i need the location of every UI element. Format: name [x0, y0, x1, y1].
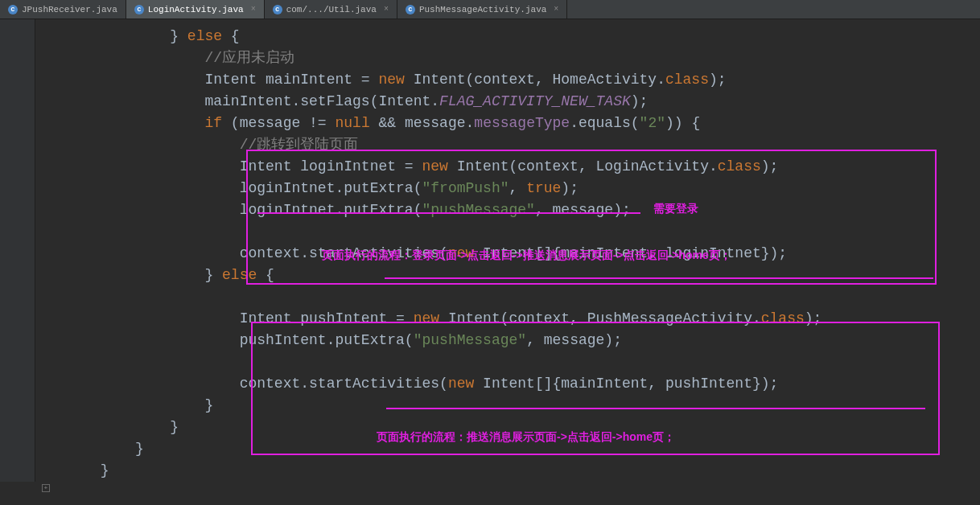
tab-label: JPushReceiver.java — [22, 5, 117, 14]
java-class-icon: C — [134, 5, 144, 14]
annotation-underline — [385, 277, 933, 279]
tab-jpushreceiver[interactable]: C JPushReceiver.java — [0, 0, 126, 18]
annotation-need-login: 需要登录 — [653, 198, 698, 220]
java-class-icon: C — [406, 5, 415, 14]
java-class-icon: C — [273, 5, 282, 14]
annotation-flow-1: 页面执行的流程：登录页面->点击返回->推送消息展示页面->点击返回->home… — [322, 244, 731, 266]
tab-label: com/.../Util.java — [286, 5, 377, 14]
tab-pushmessageactivity[interactable]: C PushMessageActivity.java × — [397, 0, 567, 18]
fold-marker-icon[interactable]: + — [42, 484, 50, 492]
close-icon[interactable]: × — [384, 5, 389, 14]
annotation-flow-2: 页面执行的流程：推送消息展示页面->点击返回->home页； — [377, 426, 675, 448]
close-icon[interactable]: × — [554, 5, 558, 14]
close-icon[interactable]: × — [251, 5, 256, 14]
code-editor[interactable]: + } else { //应用未启动 Intent mainIntent = n… — [0, 19, 980, 482]
tab-label: LoginActivity.java — [148, 5, 244, 14]
annotation-underline — [257, 212, 640, 214]
annotation-underline — [386, 408, 925, 409]
tab-label: PushMessageActivity.java — [419, 5, 546, 14]
tab-util[interactable]: C com/.../Util.java × — [265, 0, 397, 18]
editor-tabs: C JPushReceiver.java C LoginActivity.jav… — [0, 0, 980, 19]
gutter — [0, 19, 35, 482]
tab-loginactivity[interactable]: C LoginActivity.java × — [126, 0, 265, 18]
java-class-icon: C — [8, 5, 18, 14]
